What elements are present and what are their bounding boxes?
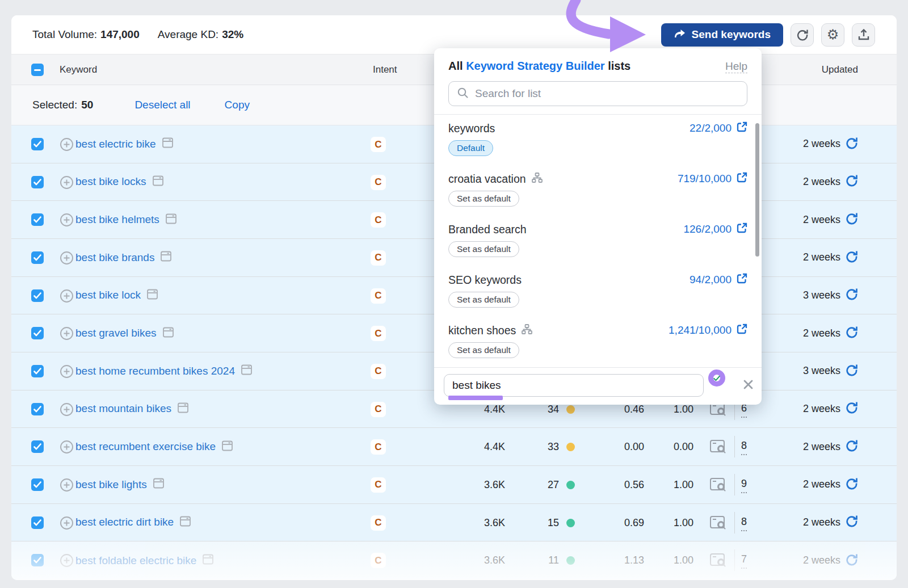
circle-plus-icon[interactable] [60, 326, 74, 343]
circle-plus-icon[interactable] [60, 402, 74, 419]
new-list-footer [434, 367, 762, 404]
circle-plus-icon[interactable] [60, 516, 74, 532]
list-count-link[interactable]: 94/2,000 [690, 273, 747, 287]
serp-features-icon[interactable] [162, 326, 175, 341]
list-count-link[interactable]: 1,241/10,000 [669, 324, 747, 337]
keyword-link[interactable]: best home recumbent bikes 2024 [75, 365, 235, 377]
row-checkbox[interactable] [31, 289, 44, 302]
row-checkbox[interactable] [31, 213, 44, 226]
keyword-link[interactable]: best bike locks [75, 175, 146, 188]
row-checkbox[interactable] [31, 554, 44, 566]
help-link[interactable]: Help [725, 60, 747, 73]
row-checkbox[interactable] [31, 176, 44, 188]
list-count-link[interactable]: 719/10,000 [678, 172, 747, 186]
row-checkbox[interactable] [31, 251, 44, 264]
circle-plus-icon[interactable] [60, 440, 74, 456]
keyword-link[interactable]: best electric dirt bike [75, 516, 174, 528]
serp-features-icon[interactable] [159, 250, 173, 265]
intent-badge: C [371, 137, 386, 152]
serp-features-icon[interactable] [176, 401, 190, 417]
refresh-icon[interactable] [845, 136, 858, 152]
serp-features-icon[interactable] [152, 174, 165, 190]
circle-plus-icon[interactable] [60, 137, 74, 154]
serp-preview-icon[interactable] [709, 477, 727, 495]
row-checkbox[interactable] [31, 403, 44, 415]
serp-preview-icon[interactable] [709, 515, 727, 533]
list-count-link[interactable]: 126/2,000 [683, 222, 747, 236]
ksb-link[interactable]: Keyword Strategy Builder [466, 60, 605, 72]
refresh-icon[interactable] [845, 401, 858, 417]
refresh-icon[interactable] [845, 325, 858, 341]
row-checkbox[interactable] [31, 138, 44, 150]
set-as-default-button[interactable]: Set as default [448, 342, 519, 358]
serp-features-icon[interactable] [221, 439, 234, 455]
list-item[interactable]: Branded search 126/2,000 Set as default [434, 216, 762, 266]
refresh-icon[interactable] [845, 553, 858, 569]
list-count-link[interactable]: 22/2,000 [690, 121, 747, 135]
row-checkbox[interactable] [31, 516, 44, 529]
new-list-input[interactable] [444, 374, 704, 397]
send-keywords-button[interactable]: Send keywords [661, 23, 783, 47]
list-search-box[interactable] [448, 81, 747, 106]
circle-plus-icon[interactable] [60, 289, 74, 305]
keyword-link[interactable]: best bike helmets [75, 213, 159, 226]
row-checkbox[interactable] [31, 478, 44, 491]
list-item[interactable]: kitchen shoes 1,241/10,000 Set as defaul… [434, 317, 762, 367]
set-as-default-button[interactable]: Set as default [448, 292, 519, 308]
close-icon[interactable] [742, 379, 754, 393]
set-as-default-button[interactable]: Set as default [448, 191, 519, 207]
confirm-new-list-button[interactable] [708, 369, 725, 387]
list-item[interactable]: SEO keywords 94/2,000 Set as default [434, 266, 762, 317]
copy-button[interactable]: Copy [225, 99, 250, 111]
keyword-link[interactable]: best gravel bikes [75, 327, 157, 339]
serp-features-count[interactable]: 7 [741, 553, 747, 569]
circle-plus-icon[interactable] [60, 175, 74, 192]
refresh-icon[interactable] [845, 363, 858, 379]
keyword-link[interactable]: best mountain bikes [75, 402, 171, 415]
refresh-icon[interactable] [845, 514, 858, 530]
keyword-link[interactable]: best bike brands [75, 251, 154, 264]
list-item[interactable]: keywords 22/2,000 Default [434, 115, 762, 165]
refresh-icon[interactable] [845, 250, 858, 266]
keyword-link[interactable]: best bike lights [75, 478, 147, 491]
serp-features-icon[interactable] [179, 515, 192, 530]
keyword-link[interactable]: best recumbent exercise bike [75, 440, 216, 453]
keyword-link[interactable]: best bike lock [75, 289, 141, 301]
serp-features-count[interactable]: 8 [741, 516, 747, 531]
serp-preview-icon[interactable] [709, 439, 727, 457]
export-button[interactable] [852, 23, 875, 47]
circle-plus-icon[interactable] [60, 251, 74, 267]
serp-features-count[interactable]: 8 [741, 440, 747, 455]
serp-preview-icon[interactable] [709, 552, 727, 570]
circle-plus-icon[interactable] [60, 213, 74, 229]
refresh-icon[interactable] [845, 439, 858, 455]
refresh-icon[interactable] [845, 174, 858, 190]
serp-features-icon[interactable] [240, 363, 253, 379]
set-as-default-button[interactable]: Set as default [448, 241, 519, 257]
serp-features-icon[interactable] [152, 477, 165, 492]
circle-plus-icon[interactable] [60, 478, 74, 494]
serp-features-count[interactable]: 9 [741, 478, 747, 493]
refresh-icon[interactable] [845, 477, 858, 493]
serp-features-icon[interactable] [165, 212, 178, 228]
row-checkbox[interactable] [31, 327, 44, 339]
circle-plus-icon[interactable] [60, 553, 74, 570]
refresh-icon[interactable] [845, 212, 858, 228]
serp-features-icon[interactable] [146, 288, 159, 303]
search-input[interactable] [475, 87, 739, 100]
refresh-all-button[interactable] [791, 23, 814, 47]
row-checkbox[interactable] [31, 365, 44, 377]
list-item[interactable]: croatia vacation 719/10,000 Set as defau… [434, 165, 762, 216]
keyword-link[interactable]: best foldable electric bike [75, 555, 196, 567]
select-all-checkbox[interactable] [31, 64, 44, 76]
row-checkbox[interactable] [31, 440, 44, 453]
serp-features-icon[interactable] [201, 553, 215, 568]
gear-icon[interactable]: ⚙ [821, 23, 844, 47]
circle-plus-icon[interactable] [60, 364, 74, 381]
updated-value: 2 weeks [803, 478, 840, 490]
serp-features-icon[interactable] [161, 136, 174, 152]
popup-scrollbar[interactable] [755, 123, 759, 257]
keyword-link[interactable]: best electric bike [75, 138, 156, 150]
refresh-icon[interactable] [845, 287, 858, 303]
deselect-all-button[interactable]: Deselect all [134, 99, 190, 111]
